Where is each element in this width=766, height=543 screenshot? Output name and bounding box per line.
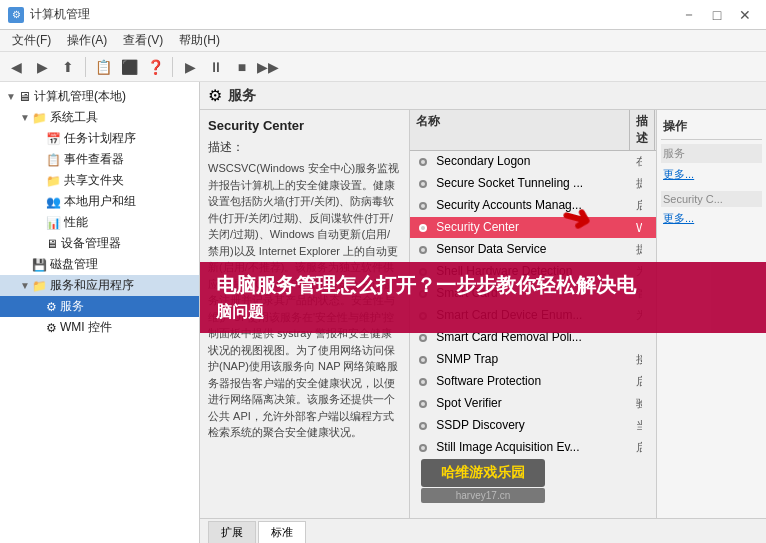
tree-item-services[interactable]: ⚙ 服务 <box>0 296 199 317</box>
menu-view[interactable]: 查看(V) <box>115 30 171 51</box>
tree-root: ▼ 🖥 计算机管理(本地) ▼ 📁 系统工具 📅 任务计划程序 📋 事件查看器 <box>0 82 199 342</box>
title-bar-controls: － □ ✕ <box>676 4 758 26</box>
shared-icon: 📁 <box>46 174 61 188</box>
svg-point-27 <box>421 446 425 450</box>
list-item-software-protection[interactable]: Software Protection 启用... <box>410 371 656 393</box>
tree-label-wmi: WMI 控件 <box>60 319 112 336</box>
tree-root-label: 计算机管理(本地) <box>34 88 126 105</box>
tree-item-services-apps[interactable]: ▼ 📁 服务和应用程序 <box>0 275 199 296</box>
close-button[interactable]: ✕ <box>732 4 758 26</box>
svc-status-cell <box>642 358 656 362</box>
ops-section-selected: Security C... 更多... <box>661 191 762 227</box>
desc-label: 描述： <box>208 139 401 156</box>
list-item[interactable]: Security Accounts Manag... 启动... <box>410 195 656 217</box>
tree-label-perf: 性能 <box>64 214 88 231</box>
device-icon: 🖥 <box>46 237 58 251</box>
list-item[interactable]: Secondary Logon 在不... <box>410 151 656 173</box>
start-service-button[interactable]: ▶ <box>178 55 202 79</box>
svc-name-cell: SNMP Trap <box>410 350 630 369</box>
tree-item-device-manager[interactable]: 🖥 设备管理器 <box>0 233 199 254</box>
tree-item-task-scheduler[interactable]: 📅 任务计划程序 <box>0 128 199 149</box>
tree-item-performance[interactable]: 📊 性能 <box>0 212 199 233</box>
svg-point-9 <box>421 248 425 252</box>
list-item[interactable]: Sensor Data Service 提供... <box>410 239 656 261</box>
tree-item-local-users[interactable]: 👥 本地用户和组 <box>0 191 199 212</box>
stop-service-button[interactable]: ■ <box>230 55 254 79</box>
tree-label-svcapps: 服务和应用程序 <box>50 277 134 294</box>
list-item[interactable]: Still Image Acquisition Ev... 启动... <box>410 437 656 459</box>
tree-label-disk: 磁盘管理 <box>50 256 98 273</box>
svc-desc-cell-selected: WSC... <box>630 219 642 237</box>
tree-root-item[interactable]: ▼ 🖥 计算机管理(本地) <box>0 86 199 107</box>
list-item[interactable]: Secure Socket Tunneling ... 提供... <box>410 173 656 195</box>
services-header-title: 服务 <box>228 87 256 105</box>
users-icon: 👥 <box>46 195 61 209</box>
tree-label-shared: 共享文件夹 <box>64 172 124 189</box>
tree-label-device: 设备管理器 <box>61 235 121 252</box>
tab-extended[interactable]: 扩展 <box>208 521 256 543</box>
forward-button[interactable]: ▶ <box>30 55 54 79</box>
folder-icon-systools: 📁 <box>32 111 47 125</box>
svc-desc-cell: 在不... <box>630 152 642 171</box>
svc-desc-cell: 接收... <box>630 350 642 369</box>
tree-label-users: 本地用户和组 <box>64 193 136 210</box>
wmi-icon: ⚙ <box>46 321 57 335</box>
svc-name-label-selected: Security Center <box>436 220 519 234</box>
svc-desc-cell: 提供... <box>630 174 642 193</box>
tree-item-systools[interactable]: ▼ 📁 系统工具 <box>0 107 199 128</box>
menu-bar: 文件(F) 操作(A) 查看(V) 帮助(H) <box>0 30 766 52</box>
tree-label-services: 服务 <box>60 298 84 315</box>
svc-desc-cell: 提供... <box>630 240 642 259</box>
menu-help[interactable]: 帮助(H) <box>171 30 228 51</box>
svc-name-cell-selected: Security Center <box>410 218 630 237</box>
list-item[interactable]: SSDP Discovery 当发... <box>410 415 656 437</box>
col-header-name[interactable]: 名称 <box>410 110 630 150</box>
svc-status-cell <box>642 204 656 208</box>
svg-point-25 <box>421 424 425 428</box>
toolbar-separator-1 <box>85 57 86 77</box>
properties-button[interactable]: ⬛ <box>117 55 141 79</box>
col-header-desc[interactable]: 描述 <box>630 110 655 150</box>
list-item[interactable]: SNMP Trap 接收... <box>410 349 656 371</box>
tree-label-event: 事件查看器 <box>64 151 124 168</box>
tree-item-disk[interactable]: 💾 磁盘管理 <box>0 254 199 275</box>
services-header-icon: ⚙ <box>208 86 222 105</box>
event-icon: 📋 <box>46 153 61 167</box>
title-bar: ⚙ 计算机管理 － □ ✕ <box>0 0 766 30</box>
up-button[interactable]: ⬆ <box>56 55 80 79</box>
menu-file[interactable]: 文件(F) <box>4 30 59 51</box>
svg-point-3 <box>421 182 425 186</box>
list-item[interactable]: Spot Verifier 验证... <box>410 393 656 415</box>
tree-item-wmi[interactable]: ⚙ WMI 控件 <box>0 317 199 338</box>
restart-service-button[interactable]: ▶▶ <box>256 55 280 79</box>
ops-selected-more-link[interactable]: 更多... <box>661 210 762 227</box>
svc-desc-cell: 当发... <box>630 416 642 435</box>
ops-section-services: 服务 更多... <box>661 144 762 183</box>
back-button[interactable]: ◀ <box>4 55 28 79</box>
list-item-selected[interactable]: Security Center WSC... <box>410 217 656 239</box>
ops-services-more-link[interactable]: 更多... <box>661 166 762 183</box>
svc-desc-cell: 启用... <box>630 372 642 391</box>
menu-action[interactable]: 操作(A) <box>59 30 115 51</box>
svc-desc-cell: 启动... <box>630 196 642 215</box>
main-container: ▼ 🖥 计算机管理(本地) ▼ 📁 系统工具 📅 任务计划程序 📋 事件查看器 <box>0 82 766 543</box>
svc-status-cell <box>642 402 656 406</box>
tree-item-event-viewer[interactable]: 📋 事件查看器 <box>0 149 199 170</box>
banner-overlay: 电脑服务管理怎么打开？一步步教你轻松解决电 脑问题 <box>200 262 766 333</box>
minimize-button[interactable]: － <box>676 4 702 26</box>
svc-name-cell: Security Accounts Manag... <box>410 196 630 215</box>
toolbar: ◀ ▶ ⬆ 📋 ⬛ ❓ ▶ ⏸ ■ ▶▶ <box>0 52 766 82</box>
tree-item-shared-folders[interactable]: 📁 共享文件夹 <box>0 170 199 191</box>
svg-point-7 <box>421 226 425 230</box>
help-button[interactable]: ❓ <box>143 55 167 79</box>
systools-expand-icon: ▼ <box>18 112 32 123</box>
svc-desc-cell: 验证... <box>630 394 642 413</box>
show-hide-button[interactable]: 📋 <box>91 55 115 79</box>
tab-standard[interactable]: 标准 <box>258 521 306 543</box>
pause-service-button[interactable]: ⏸ <box>204 55 228 79</box>
maximize-button[interactable]: □ <box>704 4 730 26</box>
svg-point-21 <box>421 380 425 384</box>
ops-section-selected-title: Security C... <box>661 191 762 207</box>
col-header-status[interactable]: 状态 <box>655 110 656 150</box>
banner-subtitle: 脑问题 <box>216 302 750 323</box>
